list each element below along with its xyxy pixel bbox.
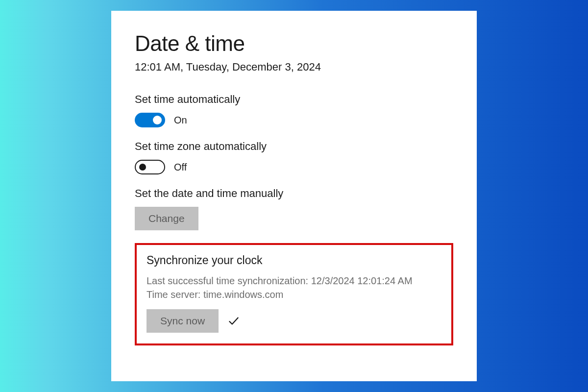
auto-timezone-state: Off [174,162,187,173]
sync-now-button[interactable]: Sync now [147,309,219,333]
time-server-line: Time server: time.windows.com [147,288,441,301]
settings-panel: Date & time 12:01 AM, Tuesday, December … [111,11,477,381]
last-sync-value: 12/3/2024 12:01:24 AM [311,275,413,286]
manual-time-label: Set the date and time manually [135,187,453,200]
time-server-value: time.windows.com [203,289,283,300]
auto-time-label: Set time automatically [135,93,453,106]
sync-heading: Synchronize your clock [147,254,441,267]
setting-manual-time: Set the date and time manually Change [135,187,453,230]
change-button[interactable]: Change [135,207,198,230]
auto-time-state: On [174,115,187,126]
sync-clock-section: Synchronize your clock Last successful t… [135,243,453,345]
setting-auto-timezone: Set time zone automatically Off [135,140,453,174]
setting-auto-time: Set time automatically On [135,93,453,127]
last-sync-line: Last successful time synchronization: 12… [147,274,441,288]
auto-timezone-label: Set time zone automatically [135,140,453,153]
page-title: Date & time [135,31,453,56]
last-sync-label: Last successful time synchronization: [147,275,308,286]
current-datetime: 12:01 AM, Tuesday, December 3, 2024 [135,61,453,74]
time-server-label: Time server: [147,289,200,300]
checkmark-icon [227,315,240,327]
auto-timezone-toggle[interactable] [135,160,165,174]
auto-time-toggle[interactable] [135,113,165,127]
